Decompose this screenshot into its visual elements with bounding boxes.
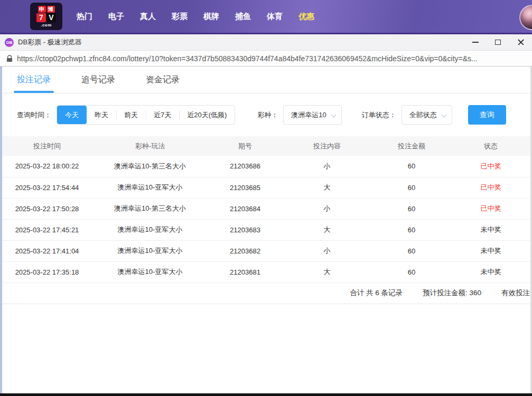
cell-bet-content: 大 (282, 219, 372, 240)
expected-amount-text: 预计投注金额: 360 (423, 288, 481, 298)
tab-fund-records-label: 资金记录 (146, 75, 180, 84)
cell-issue: 21203685 (208, 177, 282, 198)
total-records-text: 合计 共 6 条记录 (350, 288, 403, 298)
maximize-icon (495, 40, 501, 45)
cell-bet-content: 小 (282, 156, 372, 177)
status-badge: 已中奖 (451, 177, 530, 198)
order-status-select[interactable]: 全部状态 (402, 105, 452, 125)
cell-bet-time: 2025-03-22 18:00:22 (2, 156, 92, 177)
screen: 申 博 7 V .com 热门 电子 真人 彩票 棋牌 捕鱼 体育 优惠 DB … (0, 0, 532, 396)
cell-issue: 21203686 (208, 156, 282, 177)
record-tabs: 投注记录 追号记录 资金记录 (2, 67, 530, 93)
cell-game-play: 澳洲幸运10-第三名大小 (92, 198, 208, 219)
col-issue: 期号 (208, 136, 282, 156)
col-bet-amount: 投注金额 (372, 136, 451, 156)
col-status: 状态 (451, 136, 530, 156)
table-header-row: 投注时间 彩种-玩法 期号 投注内容 投注金额 状态 (2, 136, 530, 156)
logo-mid-row: 7 V (36, 13, 56, 22)
casino-nav-menu: 热门 电子 真人 彩票 棋牌 捕鱼 体育 优惠 (69, 12, 322, 22)
status-badge: 未中奖 (451, 240, 530, 261)
minimize-icon (472, 42, 479, 43)
cell-bet-amount: 60 (372, 156, 451, 177)
cell-bet-amount: 60 (372, 240, 451, 261)
logo-chip-bo: 博 (47, 6, 55, 13)
nav-item-slots[interactable]: 电子 (108, 12, 124, 22)
tab-fund-records[interactable]: 资金记录 (146, 74, 180, 93)
table-row: 2025-03-22 17:41:04 澳洲幸运10-亚军大小 21203682… (2, 240, 530, 261)
logo-chip-v: V (46, 13, 56, 22)
table-row: 2025-03-22 17:35:18 澳洲幸运10-亚军大小 21203681… (2, 261, 530, 282)
bottom-edge-bar (0, 393, 532, 396)
time-option-today[interactable]: 今天 (57, 106, 87, 124)
cell-issue: 21203682 (208, 240, 282, 261)
window-controls (464, 34, 532, 50)
tab-chase-records[interactable]: 追号记录 (81, 74, 115, 93)
logo-chip-shen: 申 (38, 6, 46, 13)
cell-bet-time: 2025-03-22 17:41:04 (2, 240, 92, 261)
cell-game-play: 澳洲幸运10-亚军大小 (92, 240, 208, 261)
table-row: 2025-03-22 18:00:22 澳洲幸运10-第三名大小 2120368… (2, 156, 530, 177)
cell-bet-amount: 60 (372, 261, 451, 282)
time-filter-label: 查询时间： (17, 110, 51, 120)
nav-item-hot[interactable]: 热门 (77, 12, 92, 22)
nav-item-promos[interactable]: 优惠 (298, 12, 314, 22)
cell-game-play: 澳洲幸运10-亚军大小 (92, 261, 208, 282)
time-option-7days[interactable]: 近7天 (146, 106, 179, 124)
table-row: 2025-03-22 17:54:44 澳洲幸运10-亚军大小 21203685… (2, 177, 530, 198)
status-badge: 未中奖 (451, 219, 530, 240)
time-option-20days[interactable]: 近20天(低频) (179, 106, 235, 124)
brand-logo[interactable]: 申 博 7 V .com (30, 3, 62, 30)
cell-bet-amount: 60 (372, 219, 451, 240)
active-tab-underline (14, 91, 54, 93)
cell-bet-time: 2025-03-22 17:54:44 (2, 177, 92, 198)
cell-bet-content: 大 (282, 261, 372, 282)
close-icon (518, 39, 524, 45)
search-button[interactable]: 查询 (468, 105, 506, 125)
minimize-button[interactable] (464, 34, 487, 50)
cell-issue: 21203681 (208, 261, 282, 282)
nav-item-lottery[interactable]: 彩票 (172, 12, 188, 22)
nav-item-sports[interactable]: 体育 (267, 12, 283, 22)
status-badge: 已中奖 (451, 198, 530, 219)
time-option-yesterday[interactable]: 昨天 (87, 106, 116, 124)
cell-game-play: 澳洲幸运10-第三名大小 (92, 156, 208, 177)
nav-item-live[interactable]: 真人 (140, 12, 156, 22)
nav-item-cards[interactable]: 棋牌 (203, 12, 219, 22)
tab-chase-records-label: 追号记录 (81, 75, 115, 84)
cell-issue: 21203684 (208, 198, 282, 219)
cell-bet-amount: 60 (372, 198, 451, 219)
time-range-group: 今天 昨天 前天 近7天 近20天(低频) (57, 105, 235, 125)
chevron-down-icon (331, 112, 336, 118)
status-badge: 已中奖 (451, 156, 530, 177)
tab-bet-records-label: 投注记录 (17, 75, 51, 84)
cell-game-play: 澳洲幸运10-亚军大小 (92, 219, 208, 240)
cell-bet-time: 2025-03-22 17:45:21 (2, 219, 92, 240)
status-badge: 未中奖 (451, 261, 530, 282)
time-option-day-before[interactable]: 前天 (116, 106, 146, 124)
cell-bet-content: 小 (282, 198, 372, 219)
maximize-button[interactable] (487, 34, 509, 50)
cell-bet-time: 2025-03-22 17:50:28 (2, 198, 92, 219)
summary-row: 合计 共 6 条记录 预计投注金额: 360 有效投注金额 (2, 283, 530, 304)
site-favicon: DB (5, 38, 14, 47)
lock-icon (6, 55, 13, 62)
close-button[interactable] (509, 34, 532, 50)
table-row: 2025-03-22 17:50:28 澳洲幸运10-第三名大小 2120368… (2, 198, 530, 219)
user-avatar[interactable] (519, 5, 532, 30)
order-status-label: 订单状态： (362, 110, 396, 120)
cell-bet-time: 2025-03-22 17:35:18 (2, 261, 92, 282)
logo-top-row: 申 博 (38, 6, 55, 13)
bet-records-table: 投注时间 彩种-玩法 期号 投注内容 投注金额 状态 2025-03-22 18… (2, 136, 530, 283)
window-title: DB彩票 - 极速浏览器 (18, 37, 82, 47)
lottery-select[interactable]: 澳洲幸运10 (283, 105, 341, 125)
col-bet-time: 投注时间 (2, 136, 92, 156)
logo-chip-7: 7 (36, 13, 46, 22)
lottery-filter-label: 彩种： (257, 110, 278, 120)
nav-item-fishing[interactable]: 捕鱼 (235, 12, 251, 22)
cell-bet-content: 小 (282, 240, 372, 261)
browser-title-bar: DB DB彩票 - 极速浏览器 (0, 34, 532, 51)
tab-bet-records[interactable]: 投注记录 (17, 74, 51, 93)
address-bar[interactable]: https://ctop02pchwp1.zfnc84.com/lottery/… (0, 51, 532, 67)
cell-game-play: 澳洲幸运10-亚军大小 (92, 177, 208, 198)
chevron-down-icon (441, 112, 446, 118)
